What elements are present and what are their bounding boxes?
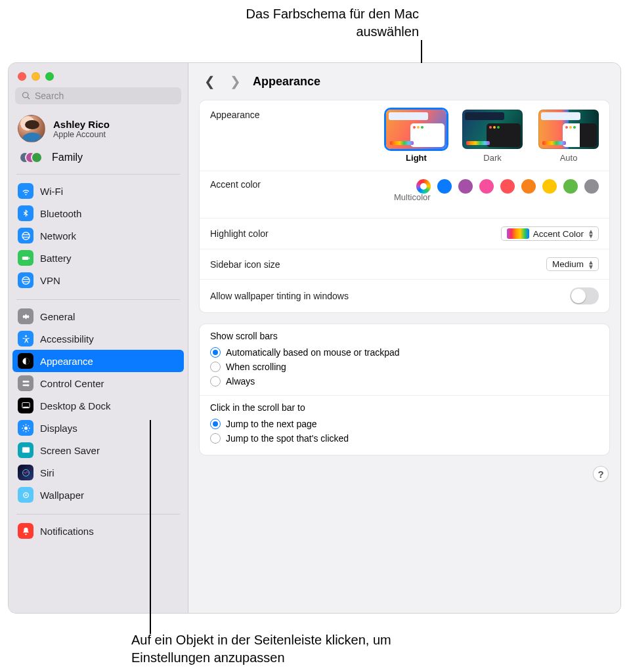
sidebar-item-network[interactable]: Network: [12, 224, 184, 247]
accent-color-1[interactable]: [437, 179, 452, 194]
scrollbars-option-1[interactable]: When scrolling: [210, 360, 599, 374]
sidebar-item-label: General: [40, 311, 75, 322]
appearance-label: Appearance: [210, 110, 260, 120]
svg-line-17: [23, 430, 24, 430]
svg-line-15: [23, 425, 24, 426]
radio-icon: [210, 419, 221, 429]
scrollbars-option-0[interactable]: Automatically based on mouse or trackpad: [210, 345, 599, 360]
svg-line-16: [28, 430, 28, 430]
accent-color-2[interactable]: [458, 179, 473, 194]
clickbar-option-0[interactable]: Jump to the next page: [210, 417, 599, 431]
sidebar-icon-value: Medium: [552, 259, 584, 269]
svg-point-22: [25, 494, 27, 496]
appearance-icon: [18, 353, 33, 369]
svg-point-5: [22, 380, 24, 382]
highlight-swatch-icon: [507, 228, 529, 239]
sidebar-icon-popup[interactable]: Medium ▲▼: [546, 257, 599, 271]
appearance-option-dark[interactable]: Dark: [462, 110, 523, 163]
radio-label: Automatically based on mouse or trackpad: [226, 347, 400, 358]
clickbar-title: Click in the scroll bar to: [210, 402, 599, 413]
window-controls: [9, 63, 188, 87]
sidebar-item-appearance[interactable]: Appearance: [12, 350, 184, 372]
scroll-panel: Show scroll bars Automatically based on …: [199, 324, 610, 455]
accent-color-0[interactable]: [416, 179, 431, 194]
sidebar-item-siri[interactable]: Siri: [12, 461, 184, 484]
avatar: [18, 115, 45, 142]
sidebar-item-label: Wi-Fi: [40, 186, 63, 197]
appearance-option-light[interactable]: Light: [386, 110, 446, 163]
scrollbars-option-2[interactable]: Always: [210, 374, 599, 388]
access-icon: [18, 331, 33, 346]
callout-top: Das Farbschema für den Mac auswählen: [209, 5, 419, 41]
appearance-option-auto[interactable]: Auto: [538, 110, 599, 163]
back-button[interactable]: ❮: [202, 72, 218, 91]
gear-icon: [18, 308, 33, 324]
sidebar-divider: [16, 174, 180, 175]
radio-icon: [210, 347, 221, 358]
sidebar-item-label: Accessibility: [40, 333, 94, 345]
accent-color-4[interactable]: [500, 179, 515, 194]
sidebar-divider: [16, 514, 180, 514]
sidebar-group-alerts: Notifications: [9, 517, 188, 547]
sidebar-item-screen-saver[interactable]: Screen Saver: [12, 439, 184, 461]
sidebar-item-label: Desktop & Dock: [40, 400, 111, 411]
sidebar-item-desktop-dock[interactable]: Desktop & Dock: [12, 394, 184, 417]
sidebar-item-battery[interactable]: Battery: [12, 247, 184, 269]
apple-account-row[interactable]: Ashley Rico Apple Account: [9, 111, 188, 146]
highlight-popup[interactable]: Accent Color ▲▼: [501, 226, 599, 241]
tinting-toggle[interactable]: [570, 287, 599, 304]
sidebar-item-notifications[interactable]: Notifications: [12, 520, 184, 542]
sidebar-item-control-center[interactable]: Control Center: [12, 372, 184, 394]
clickbar-option-1[interactable]: Jump to the spot that's clicked: [210, 431, 599, 446]
highlight-value: Accent Color: [533, 229, 584, 239]
svg-rect-9: [23, 406, 29, 408]
radio-icon: [210, 376, 221, 387]
accent-colors: [416, 179, 599, 194]
search-icon: [22, 91, 31, 100]
close-button[interactable]: [18, 72, 26, 81]
sidebar-item-wi-fi[interactable]: Wi-Fi: [12, 180, 184, 202]
bell-icon: [18, 523, 33, 539]
search-placeholder: Search: [35, 91, 64, 101]
sidebar-item-wallpaper[interactable]: Wallpaper: [12, 484, 184, 506]
svg-line-18: [28, 425, 28, 426]
sidebar-item-displays[interactable]: Displays: [12, 417, 184, 439]
appearance-caption: Light: [406, 153, 427, 163]
accent-color-3[interactable]: [479, 179, 494, 194]
accent-color-8[interactable]: [584, 179, 599, 194]
accent-color-7[interactable]: [563, 179, 578, 194]
tinting-label: Allow wallpaper tinting in windows: [210, 291, 349, 301]
search-input[interactable]: Search: [15, 87, 181, 104]
callout-line-bottom: [150, 420, 151, 634]
accent-color-6[interactable]: [542, 179, 557, 194]
sidebar-item-label: Control Center: [40, 378, 104, 389]
sidebar-item-bluetooth[interactable]: Bluetooth: [12, 202, 184, 224]
zoom-button[interactable]: [45, 72, 54, 81]
appearance-options: LightDarkAuto: [386, 110, 599, 163]
sidebar: Search Ashley Rico Apple Account Family …: [9, 63, 188, 613]
sidebar-item-label: Battery: [40, 253, 72, 264]
accent-color-5[interactable]: [521, 179, 536, 194]
switches-icon: [18, 375, 33, 391]
highlight-label: Highlight color: [210, 228, 269, 239]
settings-window: Search Ashley Rico Apple Account Family …: [9, 63, 620, 613]
wallpaper-icon: [18, 487, 33, 503]
header: ❮ ❯ Appearance: [188, 63, 620, 97]
chevron-updown-icon: ▲▼: [588, 260, 594, 269]
family-row[interactable]: Family: [9, 146, 188, 171]
radio-label: Jump to the spot that's clicked: [226, 433, 349, 444]
sidebar-item-label: Screen Saver: [40, 445, 100, 456]
sidebar-item-label: Siri: [40, 467, 54, 478]
radio-label: Jump to the next page: [226, 419, 317, 429]
forward-button[interactable]: ❯: [227, 72, 244, 91]
appearance-thumb-light: [386, 110, 446, 149]
sidebar-item-accessibility[interactable]: Accessibility: [12, 327, 184, 350]
sidebar-item-general[interactable]: General: [12, 305, 184, 327]
sidebar-item-label: Wallpaper: [40, 490, 84, 501]
wifi-icon: [18, 183, 33, 199]
minimize-button[interactable]: [32, 72, 40, 81]
help-button[interactable]: ?: [593, 466, 609, 482]
page-title: Appearance: [253, 75, 320, 89]
radio-label: Always: [226, 376, 255, 387]
sidebar-item-vpn[interactable]: VPN: [12, 269, 184, 291]
